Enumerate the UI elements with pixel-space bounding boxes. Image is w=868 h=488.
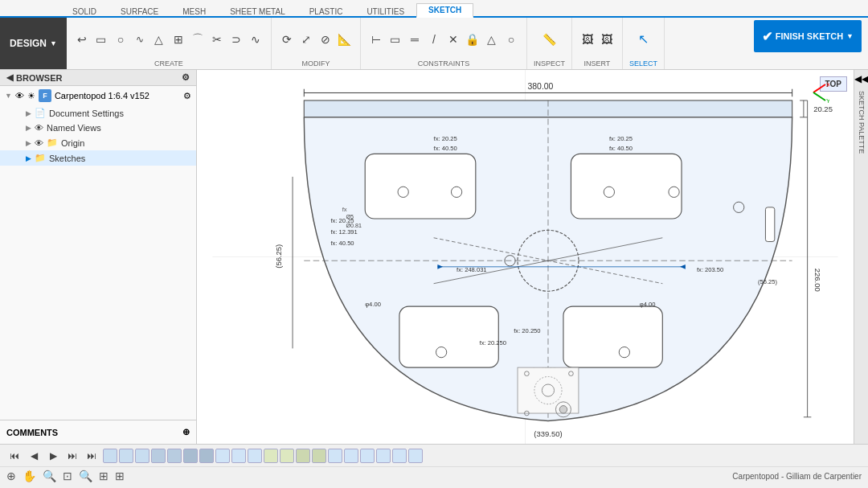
svg-text:fx: 40.50: fx: 40.50 [434, 145, 457, 152]
svg-text:Ø0.81: Ø0.81 [346, 223, 361, 229]
timeline-item-3[interactable] [135, 449, 149, 463]
svg-text:fx: 248.031: fx: 248.031 [457, 266, 487, 273]
create-rect-icon[interactable]: ▭ [92, 28, 110, 51]
constraint-symmetry-icon[interactable]: △ [483, 28, 501, 51]
tab-sheet-metal[interactable]: SHEET METAL [218, 5, 297, 18]
sidebar-item-sketches[interactable]: ▶ 📁 Sketches [0, 150, 196, 166]
create-scissors-icon[interactable]: ✂ [208, 28, 226, 51]
modify-fillet-icon[interactable]: ⟳ [278, 28, 296, 51]
doc-settings-expand: ▶ [26, 109, 31, 117]
visibility-icon[interactable]: 👁 [15, 91, 24, 100]
modify-trim-icon[interactable]: ⤢ [297, 28, 315, 51]
timeline-item-14[interactable] [312, 449, 326, 463]
create-circle-icon[interactable]: ○ [112, 28, 129, 51]
create-arc-icon[interactable]: ∿ [131, 28, 149, 51]
create-line-icon[interactable]: ↩ [73, 28, 91, 51]
comments-add-icon[interactable]: ⊕ [182, 427, 190, 437]
create-poly-icon[interactable]: △ [150, 28, 168, 51]
file-expand-icon[interactable]: ▼ [5, 92, 12, 100]
timeline-end-icon[interactable]: ⏭ [84, 448, 100, 464]
file-options-icon[interactable]: ⚙ [183, 91, 191, 101]
timeline-item-20[interactable] [408, 449, 423, 463]
constraint-coincident-icon[interactable]: ⊢ [367, 28, 385, 51]
create-label: CREATE [154, 59, 183, 68]
nav-move-icon[interactable]: ⊕ [6, 470, 16, 482]
timeline-item-6[interactable] [183, 449, 198, 463]
tab-solid[interactable]: SOLID [60, 5, 108, 18]
sidebar-item-doc-settings[interactable]: ▶ 📄 Document Settings [0, 105, 196, 121]
constraints-label: CONSTRAINTS [418, 59, 470, 68]
browser-settings-icon[interactable]: ⚙ [182, 72, 190, 83]
nav-zoom2-icon[interactable]: 🔍 [79, 470, 92, 482]
constraint-equal-icon[interactable]: ✕ [444, 28, 462, 51]
modify-label: MODIFY [301, 59, 330, 68]
tab-sketch[interactable]: SKETCH [416, 3, 473, 18]
tab-surface[interactable]: SURFACE [108, 5, 170, 18]
sketch-palette-label[interactable]: SKETCH PALETTE [856, 88, 867, 157]
tab-utilities[interactable]: UTILITIES [354, 5, 416, 18]
timeline-start-icon[interactable]: ⏮ [6, 448, 23, 464]
timeline-item-11[interactable] [264, 449, 278, 463]
insert-label: INSERT [584, 59, 611, 68]
timeline-next-icon[interactable]: ⏭ [64, 448, 80, 464]
modify-group: ⟳ ⤢ ⊘ 📐 MODIFY [272, 18, 361, 69]
svg-text:(339.50): (339.50) [534, 429, 562, 438]
create-spline-icon[interactable]: ⌒ [189, 28, 207, 51]
svg-text:φ4.00: φ4.00 [365, 301, 381, 308]
timeline-item-13[interactable] [296, 449, 310, 463]
insert-dxf-icon[interactable]: 🖼 [598, 28, 616, 51]
modify-offset-icon[interactable]: ⊘ [317, 28, 334, 51]
svg-point-54 [559, 406, 567, 413]
sketches-expand: ▶ [26, 154, 31, 162]
timeline-item-16[interactable] [344, 449, 358, 463]
design-menu[interactable]: DESIGN ▼ [0, 18, 67, 69]
tab-mesh[interactable]: MESH [170, 5, 218, 18]
timeline-item-10[interactable] [248, 449, 262, 463]
nav-fit-icon[interactable]: ⊡ [63, 470, 72, 482]
light-icon[interactable]: ☀ [27, 91, 35, 101]
sketch-canvas: 380.00 [197, 70, 854, 444]
modify-mirror-icon[interactable]: 📐 [336, 28, 354, 51]
timeline-item-1[interactable] [103, 449, 117, 463]
nav-pan-icon[interactable]: ✋ [23, 470, 36, 482]
timeline-item-18[interactable] [376, 449, 391, 463]
timeline-play-icon[interactable]: ▶ [45, 448, 61, 464]
timeline-item-12[interactable] [280, 449, 294, 463]
nav-view-icon[interactable]: ⊞ [115, 470, 125, 482]
create-grid-icon[interactable]: ⊞ [170, 28, 187, 51]
insert-image-icon[interactable]: 🖼 [579, 28, 596, 51]
timeline-item-9[interactable] [231, 449, 246, 463]
timeline-item-2[interactable] [119, 449, 133, 463]
tab-plastic[interactable]: PLASTIC [297, 5, 355, 18]
timeline-item-7[interactable] [199, 449, 214, 463]
sidebar-item-named-views[interactable]: ▶ 👁 Named Views [0, 121, 196, 135]
inspect-measure-icon[interactable]: 📏 [540, 28, 558, 51]
create-offset-icon[interactable]: ⊃ [227, 28, 245, 51]
browser-collapse-icon[interactable]: ◀ [6, 72, 13, 83]
create-wave-icon[interactable]: ∿ [247, 28, 264, 51]
constraint-fix-icon[interactable]: 🔒 [464, 28, 481, 51]
nav-grid-icon[interactable]: ⊞ [99, 470, 108, 482]
constraint-parallel-icon[interactable]: ═ [406, 28, 424, 51]
sidebar-item-origin[interactable]: ▶ 👁 📁 Origin [0, 135, 196, 150]
svg-text:fx: fx [342, 206, 347, 213]
constraint-concentric-icon[interactable]: ○ [502, 28, 520, 51]
nav-zoom-icon[interactable]: 🔍 [43, 470, 56, 482]
timeline-item-17[interactable] [360, 449, 375, 463]
timeline-item-4[interactable] [151, 449, 166, 463]
status-text: Carpentopod - Gilliam de Carpentier [732, 472, 862, 481]
svg-line-66 [813, 92, 825, 100]
timeline-item-5[interactable] [167, 449, 182, 463]
palette-collapse-icon[interactable]: ◀◀ [854, 73, 869, 84]
timeline-item-8[interactable] [215, 449, 230, 463]
constraint-collinear-icon[interactable]: ▭ [387, 28, 404, 51]
finish-sketch-button[interactable]: ✔ FINISH SKETCH ▼ [754, 20, 862, 52]
constraint-tangent-icon[interactable]: / [425, 28, 443, 51]
timeline-item-15[interactable] [328, 449, 342, 463]
timeline-prev-icon[interactable]: ◀ [26, 448, 42, 464]
select-icon[interactable]: ↖ [634, 28, 652, 51]
right-palette: ◀◀ SKETCH PALETTE [854, 70, 868, 444]
canvas-area[interactable]: 380.00 [197, 70, 854, 444]
timeline-item-19[interactable] [392, 449, 407, 463]
status-bar: ⊕ ✋ 🔍 ⊡ 🔍 ⊞ ⊞ Carpentopod - Gilliam de C… [0, 467, 868, 485]
